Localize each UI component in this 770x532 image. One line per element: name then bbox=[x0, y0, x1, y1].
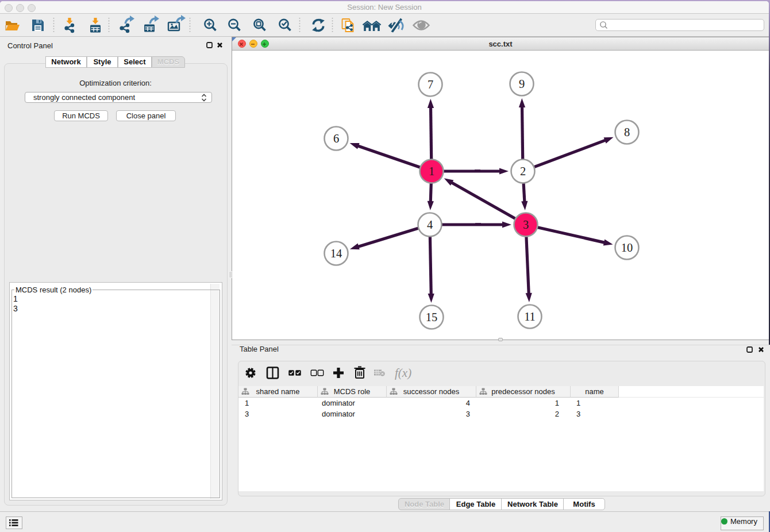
svg-text:3: 3 bbox=[523, 218, 529, 231]
svg-text:15: 15 bbox=[426, 311, 438, 323]
svg-text:7: 7 bbox=[428, 78, 433, 91]
svg-text:11: 11 bbox=[524, 310, 536, 323]
svg-text:f(x): f(x) bbox=[395, 366, 411, 380]
svg-text:6: 6 bbox=[333, 132, 339, 145]
svg-text:9: 9 bbox=[519, 78, 525, 90]
svg-text:8: 8 bbox=[624, 126, 630, 138]
svg-text:1: 1 bbox=[429, 165, 434, 178]
svg-text:14: 14 bbox=[330, 247, 342, 260]
svg-text:10: 10 bbox=[621, 241, 633, 254]
svg-text:2: 2 bbox=[520, 165, 526, 178]
svg-text:4: 4 bbox=[427, 218, 433, 231]
